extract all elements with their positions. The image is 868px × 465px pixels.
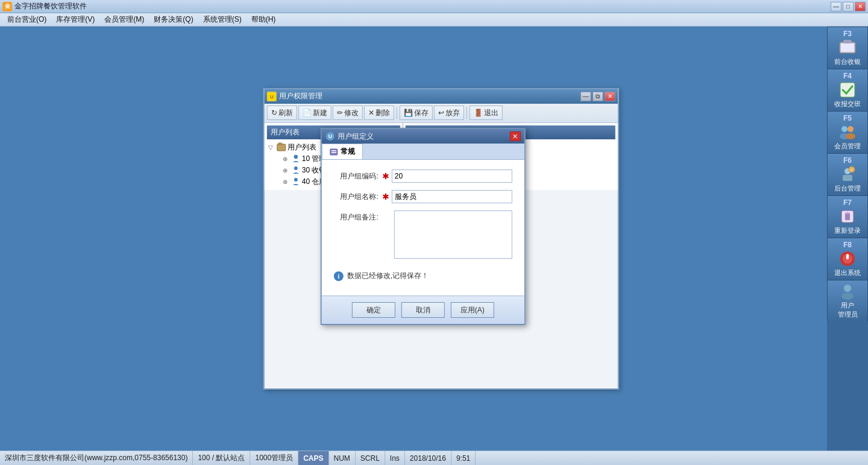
f5-key-label: F5 (843, 114, 852, 122)
svg-point-17 (841, 126, 848, 132)
svg-rect-15 (843, 40, 852, 43)
info-message: i 数据已经修改,记得保存！ (334, 266, 512, 286)
dialog-tabs: 常规 (322, 144, 524, 160)
status-company: 深圳市三度软件有限公司(www.jzzp.com,0755-83656130) (0, 451, 193, 465)
status-num: NUM (329, 451, 356, 465)
status-bar: 深圳市三度软件有限公司(www.jzzp.com,0755-83656130) … (0, 451, 868, 465)
svg-rect-11 (332, 150, 336, 151)
minimize-button[interactable]: — (831, 2, 841, 11)
f5-label: 会员管理 (834, 142, 861, 151)
menu-finance[interactable]: 财务决策(Q) (149, 13, 198, 26)
svg-rect-12 (332, 152, 336, 153)
f3-key-label: F3 (843, 30, 852, 38)
status-scrl: SCRL (356, 451, 385, 465)
menu-bar: 前台营业(O) 库存管理(V) 会员管理(M) 财务决策(Q) 系统管理(S) … (0, 13, 868, 27)
apply-button[interactable]: 应用(A) (451, 302, 494, 318)
name-input[interactable] (392, 190, 512, 203)
f5-icon (838, 124, 857, 141)
user-icon (838, 283, 857, 300)
dialog-footer: 确定 取消 应用(A) (322, 296, 524, 324)
sidebar-btn-f3[interactable]: F3 前台收银 (827, 27, 868, 69)
f3-icon (838, 39, 857, 56)
svg-rect-22 (843, 175, 852, 181)
dialog-body: 用户组编码: ✱ 用户组名称: ✱ 用户组备注: (322, 160, 524, 296)
dialog-title-bar: U 用户组定义 ✕ (322, 129, 524, 144)
status-ins: Ins (385, 451, 405, 465)
code-label: 用户组编码: (334, 171, 382, 182)
f7-key-label: F7 (843, 198, 852, 207)
title-bar: 金 金字招牌餐饮管理软件 — □ ✕ (0, 0, 868, 13)
f3-label: 前台收银 (834, 57, 861, 66)
f8-icon (838, 250, 857, 267)
code-input[interactable] (392, 169, 512, 183)
status-caps: CAPS (298, 451, 329, 465)
status-time: 9:51 (451, 451, 476, 465)
close-button[interactable]: ✕ (855, 2, 866, 11)
info-icon: i (334, 271, 344, 281)
dialog-title-text: 用户组定义 (338, 131, 510, 142)
dialog-overlay: U 用户组定义 ✕ 常规 (265, 89, 618, 388)
form-row-code: 用户组编码: ✱ (334, 169, 512, 183)
f7-label: 重新登录 (834, 226, 861, 235)
f6-key-label: F6 (843, 156, 852, 165)
maximize-button[interactable]: □ (843, 2, 854, 11)
dialog-title-icon: U (326, 131, 335, 141)
status-date: 2018/10/16 (405, 451, 451, 465)
name-label: 用户组名称: (334, 192, 382, 202)
right-sidebar: F3 前台收银 F4 收报交班 F5 (827, 27, 868, 451)
menu-help[interactable]: 帮助(H) (247, 13, 281, 26)
menu-member[interactable]: 会员管理(M) (99, 13, 149, 26)
svg-text:U: U (329, 133, 333, 139)
sidebar-btn-f6[interactable]: F6 ✓ 后台管理 (827, 153, 868, 195)
svg-rect-30 (846, 254, 849, 259)
mdi-window: U 用户权限管理 — ⧉ ✕ ↻ 刷新 📄 新建 ✏ 修改 (263, 88, 619, 390)
f8-label: 退出系统 (834, 268, 861, 277)
status-station: 100 / 默认站点 (193, 451, 250, 465)
menu-frontend[interactable]: 前台营业(O) (2, 13, 51, 26)
f8-key-label: F8 (843, 241, 852, 249)
app-title: 金字招牌餐饮管理软件 (14, 1, 831, 11)
f6-label: 后台管理 (834, 184, 861, 193)
note-label: 用户组备注: (334, 212, 382, 223)
sidebar-btn-f5[interactable]: F5 会员管理 (827, 111, 868, 153)
app-icon: 金 (2, 2, 12, 11)
svg-point-18 (848, 126, 854, 132)
dialog-close-button[interactable]: ✕ (510, 131, 521, 141)
status-user: 1000管理员 (250, 451, 298, 465)
user-label: 用户 管理员 (838, 301, 858, 319)
name-required-icon: ✱ (382, 192, 389, 201)
svg-text:✓: ✓ (850, 168, 854, 172)
tab-general-icon (330, 148, 338, 156)
main-area: U 用户权限管理 — ⧉ ✕ ↻ 刷新 📄 新建 ✏ 修改 (0, 27, 868, 451)
dialog: U 用户组定义 ✕ 常规 (321, 128, 526, 325)
info-text: 数据已经修改,记得保存！ (347, 271, 429, 281)
form-row-note: 用户组备注: (334, 210, 512, 259)
f6-icon: ✓ (838, 166, 857, 183)
sidebar-btn-f4[interactable]: F4 收报交班 (827, 69, 868, 111)
title-controls: — □ ✕ (831, 2, 866, 11)
cancel-button[interactable]: 取消 (401, 302, 445, 318)
sidebar-btn-user[interactable]: 用户 管理员 (827, 280, 868, 321)
tab-general-label: 常规 (341, 147, 355, 157)
tab-general[interactable]: 常规 (322, 144, 363, 159)
sidebar-btn-f7[interactable]: F7 重新登录 (827, 195, 868, 238)
form-row-name: 用户组名称: ✱ (334, 190, 512, 203)
code-required-icon: ✱ (382, 171, 389, 181)
f7-icon (838, 208, 857, 225)
svg-point-32 (841, 293, 854, 300)
menu-inventory[interactable]: 库存管理(V) (51, 13, 99, 26)
svg-point-20 (846, 133, 855, 139)
f4-icon (838, 81, 857, 98)
f4-key-label: F4 (843, 72, 852, 80)
f4-label: 收报交班 (834, 100, 861, 109)
ok-button[interactable]: 确定 (352, 302, 395, 318)
svg-rect-14 (841, 43, 854, 52)
note-textarea[interactable] (394, 210, 512, 259)
menu-system[interactable]: 系统管理(S) (198, 13, 247, 26)
svg-point-31 (844, 285, 851, 292)
sidebar-btn-f8[interactable]: F8 退出系统 (827, 238, 868, 280)
